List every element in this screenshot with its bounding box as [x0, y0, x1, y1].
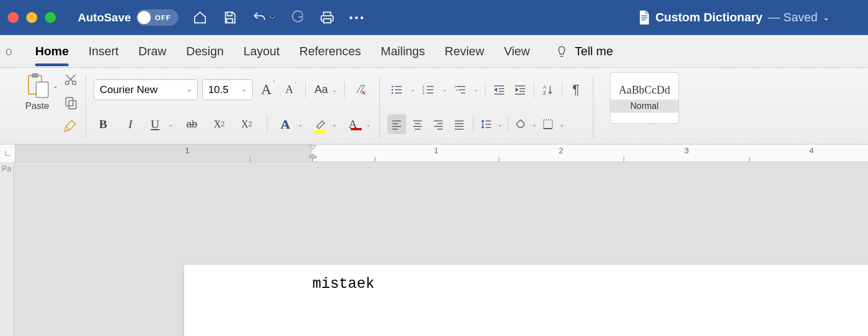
window-controls: [8, 12, 56, 23]
strikethrough-button[interactable]: ab: [182, 114, 201, 134]
horizontal-ruler[interactable]: 1 1 2 3 4: [15, 144, 868, 162]
copy-icon[interactable]: [64, 95, 78, 109]
toggle-knob: [138, 11, 151, 24]
document-body-text[interactable]: mistaek: [312, 276, 374, 292]
ruler-number: 4: [809, 146, 814, 155]
document-title-area[interactable]: Custom Dictionary — Saved ⌄: [638, 10, 830, 25]
ribbon-tabs: o Home Insert Draw Design Layout Referen…: [0, 35, 868, 68]
line-spacing-button[interactable]: ⌄: [478, 114, 503, 134]
close-window-button[interactable]: [8, 12, 19, 23]
ribbon-toolbar: Paste ⌄ Courier New⌄ 10.5⌄ Aˆ Aˇ Aa⌄: [0, 68, 868, 144]
increase-indent-button[interactable]: [511, 80, 529, 100]
print-icon[interactable]: [319, 10, 335, 25]
tab-design[interactable]: Design: [186, 44, 224, 59]
styles-group: AaBbCcDd Normal: [593, 72, 687, 142]
align-right-button[interactable]: [429, 114, 448, 134]
svg-rect-9: [69, 101, 76, 109]
svg-rect-4: [32, 73, 38, 78]
tab-view[interactable]: View: [504, 44, 530, 59]
cut-icon[interactable]: [64, 72, 78, 86]
text-effects-button[interactable]: A⌄: [278, 114, 304, 134]
tell-me-label: Tell me: [575, 44, 613, 59]
save-icon[interactable]: [222, 10, 237, 25]
tab-selector[interactable]: [0, 144, 15, 162]
ruler-number: 2: [559, 146, 563, 155]
document-title: Custom Dictionary: [655, 10, 763, 25]
font-size-selector[interactable]: 10.5⌄: [202, 79, 253, 100]
multilevel-list-button[interactable]: 1a: [451, 80, 470, 100]
title-bar: AutoSave OFF Custom Dictionary — Saved ⌄: [0, 0, 868, 35]
decrease-font-size-button[interactable]: Aˇ: [280, 80, 299, 100]
svg-text:A: A: [543, 84, 546, 90]
partial-tab: o: [5, 44, 12, 59]
style-normal[interactable]: AaBbCcDd Normal: [610, 72, 679, 124]
svg-rect-5: [36, 82, 48, 97]
autosave-label: AutoSave: [78, 11, 131, 24]
save-status: — Saved: [768, 10, 818, 25]
borders-button[interactable]: ⌄: [540, 114, 565, 134]
font-name-value: Courier New: [100, 84, 158, 96]
highlight-button[interactable]: ⌄: [312, 114, 338, 134]
style-name-label: Normal: [610, 100, 678, 113]
shading-button[interactable]: ⌄: [512, 114, 538, 134]
redo-icon[interactable]: [290, 10, 305, 25]
tab-mailings[interactable]: Mailings: [381, 44, 425, 59]
document-page[interactable]: mistaek: [184, 265, 868, 336]
tell-me-search[interactable]: Tell me: [555, 44, 613, 59]
indent-marker[interactable]: [308, 144, 318, 161]
numbered-list-button[interactable]: 123: [419, 80, 438, 100]
svg-text:Z: Z: [543, 90, 546, 96]
paragraph-group: ⌄ 123⌄ 1a⌄ AZ ¶ ⌄ ⌄ ⌄: [380, 72, 593, 142]
superscript-button[interactable]: X2: [237, 114, 256, 134]
svg-rect-8: [66, 97, 73, 106]
format-painter-icon[interactable]: [64, 118, 78, 132]
font-name-selector[interactable]: Courier New⌄: [94, 79, 198, 100]
change-case-button[interactable]: Aa⌄: [312, 80, 338, 100]
svg-point-12: [392, 92, 393, 94]
tab-draw[interactable]: Draw: [138, 44, 166, 59]
title-dropdown-icon[interactable]: ⌄: [823, 13, 830, 22]
show-paragraph-marks-button[interactable]: ¶: [567, 80, 585, 100]
tab-references[interactable]: References: [299, 44, 361, 59]
align-left-button[interactable]: [387, 114, 406, 134]
svg-text:a: a: [456, 88, 458, 91]
tab-review[interactable]: Review: [445, 44, 484, 59]
tab-insert[interactable]: Insert: [88, 44, 118, 59]
subscript-button[interactable]: X2: [210, 114, 229, 134]
ruler-left-margin: [15, 144, 312, 161]
minimize-window-button[interactable]: [26, 12, 37, 23]
document-icon: [638, 10, 650, 25]
bullet-list-button[interactable]: [387, 80, 406, 100]
ruler-area: 1 1 2 3 4: [0, 144, 868, 162]
clear-formatting-button[interactable]: [351, 80, 370, 100]
home-icon[interactable]: [192, 10, 208, 25]
increase-font-size-button[interactable]: Aˆ: [257, 80, 276, 100]
ruler-number: 1: [185, 146, 190, 155]
italic-button[interactable]: I: [121, 114, 140, 134]
more-icon[interactable]: [349, 10, 364, 25]
paste-button[interactable]: Paste: [24, 72, 50, 112]
bold-button[interactable]: B: [94, 114, 112, 134]
clipboard-group: Paste ⌄: [16, 72, 85, 142]
justify-button[interactable]: [450, 114, 469, 134]
autosave-state: OFF: [155, 14, 171, 22]
font-color-button[interactable]: A⌄: [346, 114, 372, 134]
underline-button[interactable]: U⌄: [149, 114, 174, 134]
svg-rect-1: [641, 18, 647, 18]
autosave-control[interactable]: AutoSave OFF: [78, 9, 178, 26]
paste-dropdown-icon[interactable]: ⌄: [53, 82, 58, 90]
undo-dropdown-icon[interactable]: [269, 13, 276, 22]
svg-rect-56: [544, 120, 552, 129]
maximize-window-button[interactable]: [45, 12, 56, 23]
decrease-indent-button[interactable]: [490, 80, 509, 100]
align-center-button[interactable]: [408, 114, 427, 134]
ruler-number: 3: [684, 146, 689, 155]
tab-home[interactable]: Home: [35, 44, 68, 59]
tab-layout[interactable]: Layout: [243, 44, 279, 59]
font-size-value: 10.5: [208, 84, 229, 96]
undo-icon[interactable]: [252, 10, 267, 25]
svg-rect-0: [641, 15, 647, 16]
quick-access-toolbar: [192, 10, 364, 25]
sort-button[interactable]: AZ: [539, 80, 557, 100]
autosave-toggle[interactable]: OFF: [136, 9, 178, 26]
